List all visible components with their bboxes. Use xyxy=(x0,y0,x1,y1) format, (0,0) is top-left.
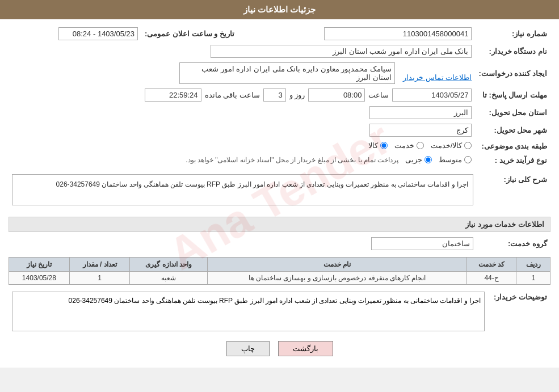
roz-label: روز و xyxy=(289,91,305,99)
radio-khadamat-label: خدمت xyxy=(394,141,414,150)
ijadKonande-value: سیامک محمدپور معاون دایره بانک ملی ایران… xyxy=(179,62,395,84)
tabaghebandi-label: طبقه بندی موضوعی: xyxy=(475,139,550,153)
radio-kala-khadamat[interactable]: کالا/خدمت xyxy=(431,141,472,150)
ijadKonande-label: ایجاد کننده درخواست: xyxy=(475,60,550,86)
col-tarikh: تاریخ نیاز xyxy=(9,258,70,272)
remaining-label: ساعت باقی مانده xyxy=(205,91,260,99)
sharhKoli-label: شرح کلی نیاز: xyxy=(477,172,550,212)
radio-kala[interactable]: کالا xyxy=(368,141,388,150)
radio-kala-label: کالا xyxy=(368,141,378,150)
radio-motevasset[interactable]: متوسط xyxy=(439,155,472,164)
radio-jozi-label: جزیی xyxy=(405,155,422,164)
cell-nam: انجام کارهای متفرقه درخصوص بازسازی و بهس… xyxy=(208,272,467,285)
aettalaat-khadamat-title: اطلاعات خدمات مورد نیاز xyxy=(9,217,550,232)
radio-khadamat[interactable]: خدمت xyxy=(394,141,424,150)
mohlat-time: 08:00 xyxy=(308,88,365,102)
table-row: 1 ح-44 انجام کارهای متفرقه درخصوص بازساز… xyxy=(9,272,550,285)
remaining-value: 22:59:24 xyxy=(145,88,201,102)
namDastgah-label: نام دستگاه خریدار: xyxy=(475,43,550,60)
shahr-label: شهر محل تحویل: xyxy=(475,121,550,139)
cell-tedad: 1 xyxy=(69,272,130,285)
namDastgah-value: بانک ملی ایران اداره امور شعب استان البر… xyxy=(211,45,472,58)
col-tedad: تعداد / مقدار xyxy=(69,258,130,272)
col-kod: کد خدمت xyxy=(466,258,516,272)
radio-jozi[interactable]: جزیی xyxy=(405,155,432,164)
mohlatErsalPasokh-label: مهلت ارسال پاسخ: تا xyxy=(475,86,550,104)
noeFarayand-label: نوع فرآیند خرید : xyxy=(475,153,550,167)
tarikh-value: 1403/05/23 - 08:24 xyxy=(58,27,138,40)
back-button[interactable]: بازگشت xyxy=(278,341,333,356)
col-radif: ردیف xyxy=(516,258,550,272)
cell-vahed: شعبه xyxy=(130,272,208,285)
ijad-konande-link[interactable]: اطلاعات تماس خریدار xyxy=(403,73,472,82)
groheKhadamat-label: گروه خدمت: xyxy=(477,235,550,252)
sharhKoli-value: اجرا و اقدامات ساختمانی به منظور تعمیرات… xyxy=(12,174,473,205)
radio-kala-khadamat-label: کالا/خدمت xyxy=(431,141,463,150)
cell-kod: ح-44 xyxy=(466,272,516,285)
button-area: بازگشت چاپ xyxy=(9,341,550,356)
farayand-desc: پرداخت تمام یا بخشی از مبلغ خریدار از مح… xyxy=(186,156,398,164)
shomareNiaz-label: شماره نیاز: xyxy=(475,25,550,43)
radio-motevasset-label: متوسط xyxy=(439,155,462,164)
mohlat-date: 1403/05/27 xyxy=(392,88,472,102)
cell-radif: 1 xyxy=(516,272,550,285)
tosihKharidar-value[interactable] xyxy=(12,292,485,331)
shomareNiaz-value: 1103001458000041 xyxy=(324,27,472,40)
shahr-value: کرج xyxy=(369,124,472,137)
time-label: ساعت xyxy=(368,91,389,99)
roz-value: 3 xyxy=(263,88,286,102)
tosihKharidar-label: توضیحات خریدار: xyxy=(488,289,550,335)
tarikh-label: تاریخ و ساعت اعلان عمومی: xyxy=(141,25,238,43)
ostan-value: البرز xyxy=(369,106,472,119)
groheKhadamat-value: ساختمان xyxy=(371,237,473,250)
col-nam: نام خدمت xyxy=(208,258,467,272)
cell-tarikh: 1403/05/28 xyxy=(9,272,70,285)
services-table: ردیف کد خدمت نام خدمت واحد اندازه گیری ت… xyxy=(9,257,550,285)
col-vahed: واحد اندازه گیری xyxy=(130,258,208,272)
page-title: جزئیات اطلاعات نیاز xyxy=(0,0,559,19)
print-button[interactable]: چاپ xyxy=(226,341,270,356)
ostan-label: استان محل تحویل: xyxy=(475,104,550,121)
